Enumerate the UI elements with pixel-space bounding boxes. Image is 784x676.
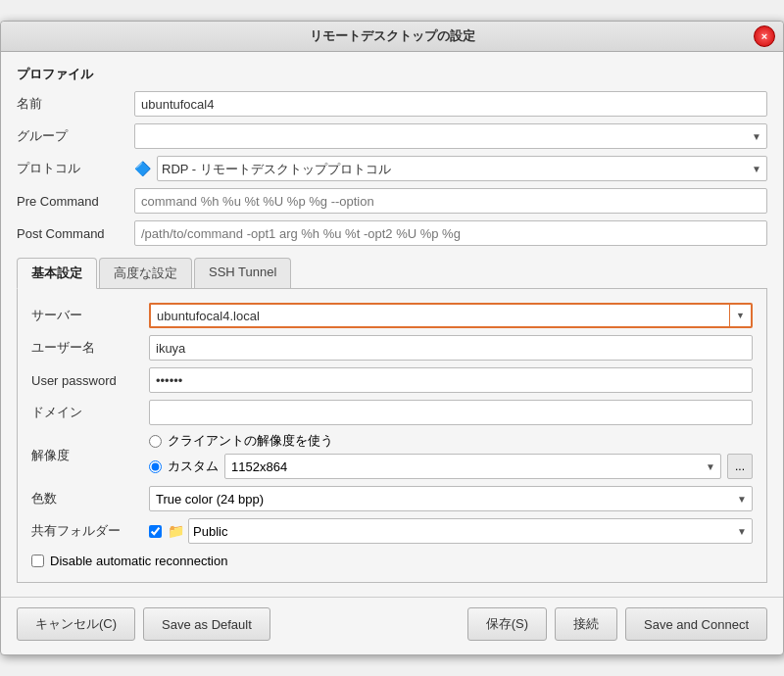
pre-command-input[interactable] xyxy=(134,188,767,214)
post-command-input[interactable] xyxy=(134,220,767,246)
shared-folder-select[interactable]: Public xyxy=(188,518,753,544)
domain-control xyxy=(149,400,753,425)
footer-buttons: キャンセル(C) Save as Default 保存(S) 接続 Save a… xyxy=(1,597,783,654)
domain-row: ドメイン xyxy=(31,400,753,425)
tab-bar: 基本設定 高度な設定 SSH Tunnel xyxy=(17,258,767,289)
resolution-custom-row: カスタム 1152x864 ▼ ... xyxy=(149,454,753,479)
password-row: User password xyxy=(31,367,753,393)
connect-button[interactable]: 接続 xyxy=(555,607,617,641)
server-input[interactable] xyxy=(149,303,729,328)
shared-folder-checkbox[interactable] xyxy=(149,525,162,538)
resolution-client-radio[interactable] xyxy=(149,435,162,448)
post-command-control xyxy=(134,220,767,246)
save-default-button[interactable]: Save as Default xyxy=(143,607,270,641)
password-input[interactable] xyxy=(149,367,753,393)
resolution-control: クライアントの解像度を使う カスタム 1152x864 ▼ ... xyxy=(149,432,753,479)
group-label: グループ xyxy=(17,127,134,145)
resolution-ellipsis-button[interactable]: ... xyxy=(727,454,753,479)
password-label: User password xyxy=(31,373,149,388)
titlebar: リモートデスクトップの設定 × xyxy=(1,22,783,52)
shared-folder-row: 共有フォルダー 📁 Public ▼ xyxy=(31,518,753,544)
protocol-select[interactable]: RDP - リモートデスクトッププロトコル xyxy=(157,156,767,181)
server-control: ▼ xyxy=(149,303,753,328)
shared-folder-label: 共有フォルダー xyxy=(31,522,149,540)
save-connect-button[interactable]: Save and Connect xyxy=(625,607,767,641)
close-button[interactable]: × xyxy=(754,25,775,47)
tab-basic[interactable]: 基本設定 xyxy=(17,258,97,289)
resolution-custom-label: カスタム xyxy=(168,458,219,475)
name-control xyxy=(134,91,767,117)
tab-advanced[interactable]: 高度な設定 xyxy=(99,258,192,288)
dialog-content: プロファイル 名前 グループ ▼ プロトコル xyxy=(1,52,783,597)
server-row: サーバー ▼ xyxy=(31,303,753,328)
post-command-label: Post Command xyxy=(17,226,134,241)
post-command-row: Post Command xyxy=(17,220,767,246)
username-row: ユーザー名 xyxy=(31,335,753,361)
color-control: True color (24 bpp) ▼ xyxy=(149,486,753,511)
save-button[interactable]: 保存(S) xyxy=(467,607,547,641)
password-control xyxy=(149,367,753,393)
folder-icon: 📁 xyxy=(168,523,184,539)
domain-input[interactable] xyxy=(149,400,753,425)
color-row: 色数 True color (24 bpp) ▼ xyxy=(31,486,753,511)
protocol-control: 🔷 RDP - リモートデスクトッププロトコル ▼ xyxy=(134,156,767,181)
shared-folder-control: 📁 Public ▼ xyxy=(149,518,753,544)
name-label: 名前 xyxy=(17,95,134,113)
protocol-icon: 🔷 xyxy=(134,161,151,176)
resolution-client-row: クライアントの解像度を使う xyxy=(149,432,753,450)
cancel-button[interactable]: キャンセル(C) xyxy=(17,607,135,641)
username-control xyxy=(149,335,753,361)
profile-section-title: プロファイル xyxy=(17,66,767,83)
server-label: サーバー xyxy=(31,307,149,324)
pre-command-row: Pre Command xyxy=(17,188,767,214)
group-row: グループ ▼ xyxy=(17,123,767,149)
disable-reconnect-row: Disable automatic reconnection xyxy=(31,554,753,568)
group-control: ▼ xyxy=(134,123,767,149)
remote-desktop-dialog: リモートデスクトップの設定 × プロファイル 名前 グループ ▼ xyxy=(0,21,784,655)
protocol-label: プロトコル xyxy=(17,160,134,177)
basic-tab-content: サーバー ▼ ユーザー名 User password xyxy=(17,289,767,583)
name-row: 名前 xyxy=(17,91,767,117)
resolution-client-label: クライアントの解像度を使う xyxy=(168,432,333,450)
group-select[interactable] xyxy=(134,123,767,149)
pre-command-label: Pre Command xyxy=(17,194,134,209)
protocol-row: プロトコル 🔷 RDP - リモートデスクトッププロトコル ▼ xyxy=(17,156,767,181)
tab-ssh[interactable]: SSH Tunnel xyxy=(194,258,291,288)
username-label: ユーザー名 xyxy=(31,339,149,357)
server-dropdown-button[interactable]: ▼ xyxy=(729,303,753,328)
username-input[interactable] xyxy=(149,335,753,361)
resolution-custom-radio[interactable] xyxy=(149,460,162,473)
domain-label: ドメイン xyxy=(31,404,149,421)
disable-reconnect-label: Disable automatic reconnection xyxy=(50,554,227,568)
color-select[interactable]: True color (24 bpp) xyxy=(149,486,753,511)
dialog-title: リモートデスクトップの設定 xyxy=(310,27,475,45)
name-input[interactable] xyxy=(134,91,767,117)
resolution-row: 解像度 クライアントの解像度を使う カスタム 1152x864 xyxy=(31,432,753,479)
pre-command-control xyxy=(134,188,767,214)
color-label: 色数 xyxy=(31,490,149,507)
resolution-label: 解像度 xyxy=(31,447,149,464)
disable-reconnect-checkbox[interactable] xyxy=(31,555,44,567)
resolution-custom-select[interactable]: 1152x864 xyxy=(224,454,721,479)
